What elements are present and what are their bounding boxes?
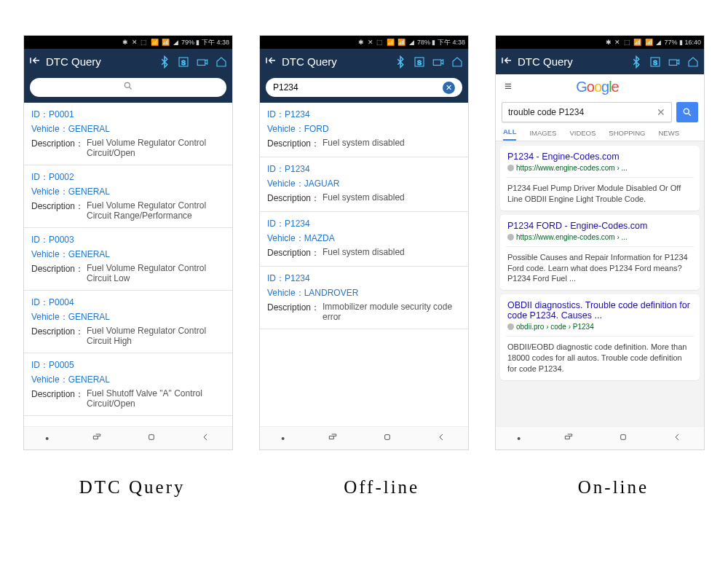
google-search-text: trouble code P1234 [508,107,657,117]
dtc-item[interactable]: ID：P0002 Vehicle：GENERAL Description：Fue… [24,165,232,228]
dtc-vehicle: Vehicle：GENERAL [31,186,225,198]
phone-dtc-search: ✱ ✕ ⬚ 📶 📶 ◢ 78% ▮ 下午 4:38 DTC Query S ✕ … [259,35,469,450]
recent-icon[interactable] [563,431,574,445]
dtc-desc: Fuel Volume Regulator Control Circuit Lo… [87,263,225,283]
camera-icon[interactable] [196,55,209,68]
dtc-desc-label: Description： [267,138,320,150]
home-nav-icon[interactable] [146,431,157,445]
google-search-button[interactable] [676,102,698,122]
google-tab[interactable]: VIDEOS [569,129,596,137]
svg-point-12 [684,109,689,114]
google-tab[interactable]: ALL [503,125,516,141]
back-icon[interactable] [264,54,277,70]
s-box-icon[interactable]: S [413,55,426,68]
bluetooth-icon[interactable] [158,55,171,68]
status-text: 78% ▮ 下午 4:38 [417,38,465,47]
nav-dot[interactable]: • [45,433,49,444]
nav-dot[interactable]: • [281,433,285,444]
android-nav-bar: • [24,426,232,449]
amp-icon [507,165,514,171]
google-tab[interactable]: NEWS [658,129,679,137]
search-input[interactable] [273,82,438,93]
dtc-item[interactable]: ID：P0001 Vehicle：GENERAL Description：Fue… [24,103,232,165]
dtc-desc-label: Description： [31,138,84,158]
search-bar [24,74,232,103]
google-tab[interactable]: SHOPPING [609,129,645,137]
dtc-id: ID：P0005 [31,359,225,372]
dtc-id: ID：P0003 [31,234,225,246]
back-nav-icon[interactable] [199,431,211,445]
phone-dtc-list: ✱ ✕ ⬚ 📶 📶 ◢ 79% ▮ 下午 4:38 DTC Query S ID… [23,35,233,450]
camera-icon[interactable] [432,55,445,68]
svg-rect-4 [149,435,154,440]
home-icon[interactable] [215,55,228,68]
search-bar: ✕ [260,74,468,103]
dtc-desc-label: Description： [31,200,84,221]
caption-c: On-line [578,477,649,498]
home-nav-icon[interactable] [617,431,629,445]
google-search-input[interactable]: trouble code P1234 ✕ [502,102,672,122]
dtc-desc: Fuel system disabled [323,247,405,259]
search-field[interactable] [30,78,226,97]
dtc-item[interactable]: ID：P1234 Vehicle：FORD Description：Fuel s… [260,103,468,157]
home-icon[interactable] [451,55,464,68]
result-url: https://www.engine-codes.com › ... [507,233,692,241]
dtc-item[interactable]: ID：P0004 Vehicle：GENERAL Description：Fue… [24,291,232,353]
search-field[interactable]: ✕ [266,78,462,97]
svg-rect-11 [669,60,677,66]
dtc-vehicle: Vehicle：GENERAL [31,374,225,386]
search-result[interactable]: P1234 - Engine-Codes.com https://www.eng… [500,146,700,211]
result-url: https://www.engine-codes.com › ... [507,164,692,172]
recent-icon[interactable] [327,431,339,445]
google-results[interactable]: P1234 - Engine-Codes.com https://www.eng… [496,141,704,426]
google-top-bar: ≡ Google [496,74,704,99]
clear-icon[interactable]: ✕ [443,82,455,94]
bluetooth-icon[interactable] [394,55,407,68]
status-icons: ✱ ✕ ⬚ 📶 📶 ◢ [122,39,179,46]
dtc-id: ID：P1234 [267,109,461,121]
dtc-desc: Fuel Volume Regulator Control Circuit Ra… [87,200,225,221]
dtc-id: ID：P0002 [31,171,225,184]
svg-text:S: S [653,58,657,66]
home-nav-icon[interactable] [381,431,393,445]
result-title: OBDII diagnostics. Trouble code definiti… [507,300,692,321]
svg-text:S: S [181,58,186,66]
back-nav-icon[interactable] [671,431,683,445]
search-result[interactable]: OBDII diagnostics. Trouble code definiti… [500,294,700,380]
dtc-id: ID：P1234 [267,272,461,285]
s-box-icon[interactable]: S [649,55,662,68]
phone-google-search: ✱ ✕ ⬚ 📶 📶 ◢ 77% ▮ 16:40 DTC Query S ≡ Go… [495,35,705,450]
app-title: DTC Query [46,55,154,68]
nav-dot[interactable]: • [517,433,521,444]
back-icon[interactable] [500,54,513,70]
dtc-list[interactable]: ID：P1234 Vehicle：FORD Description：Fuel s… [260,103,468,426]
camera-icon[interactable] [668,55,681,68]
dtc-vehicle: Vehicle：GENERAL [31,248,225,261]
dtc-vehicle: Vehicle：LANDROVER [267,287,461,299]
dtc-vehicle: Vehicle：JAGUAR [267,178,461,190]
dtc-item[interactable]: ID：P0005 Vehicle：GENERAL Description：Fue… [24,353,232,416]
recent-icon[interactable] [91,431,103,445]
search-result[interactable]: P1234 FORD - Engine-Codes.com https://ww… [500,215,700,291]
home-icon[interactable] [687,55,700,68]
menu-icon[interactable]: ≡ [505,79,512,94]
app-title: DTC Query [282,55,389,68]
google-tabs[interactable]: ALLIMAGESVIDEOSSHOPPINGNEWS [496,125,704,141]
back-nav-icon[interactable] [435,431,447,445]
amp-icon [507,234,514,240]
dtc-item[interactable]: ID：P0003 Vehicle：GENERAL Description：Fue… [24,228,232,291]
dtc-item[interactable]: ID：P1234 Vehicle：LANDROVER Description：I… [260,267,468,329]
svg-rect-2 [197,60,205,66]
dtc-desc-label: Description： [267,302,320,322]
dtc-list[interactable]: ID：P0001 Vehicle：GENERAL Description：Fue… [24,103,232,426]
amp-icon [507,323,514,330]
s-box-icon[interactable]: S [177,55,190,68]
back-icon[interactable] [28,54,41,70]
bluetooth-icon[interactable] [630,55,643,68]
google-tab[interactable]: IMAGES [529,129,556,137]
dtc-item[interactable]: ID：P1234 Vehicle：JAGUAR Description：Fuel… [260,157,468,212]
dtc-desc-label: Description： [267,247,320,259]
caption-b: Off-line [344,477,419,498]
clear-icon[interactable]: ✕ [657,106,665,118]
dtc-item[interactable]: ID：P1234 Vehicle：MAZDA Description：Fuel … [260,212,468,267]
